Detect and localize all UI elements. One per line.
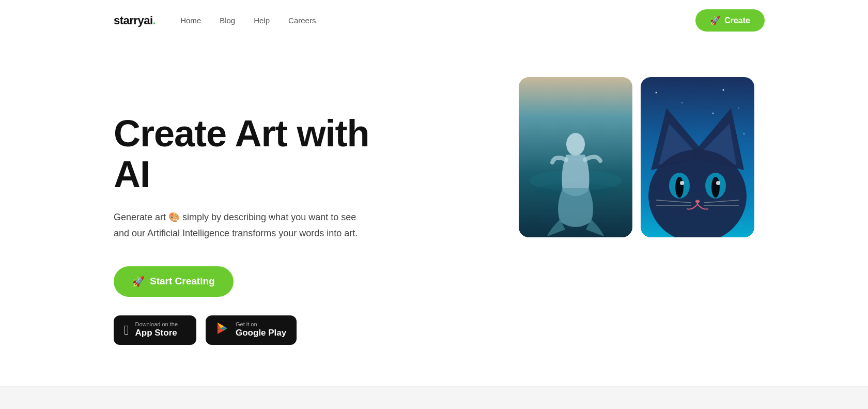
svg-point-5 [656,92,657,94]
nav-link-home[interactable]: Home [180,16,201,25]
google-play-icon [216,322,229,338]
logo: starryai. [114,14,156,27]
logo-dot: . [153,14,156,27]
google-play-button[interactable]: Get it on Google Play [206,315,297,345]
testimonial-content: " I have been experimenting with a lot o… [202,407,667,409]
svg-point-16 [711,177,720,198]
create-button[interactable]: 🚀 Create [695,9,765,32]
svg-point-18 [716,181,720,185]
svg-point-10 [712,113,714,114]
svg-point-11 [743,133,745,134]
google-play-text: Get it on Google Play [236,322,286,339]
hero-images [519,77,754,237]
quote-mark: " [202,407,209,409]
svg-point-15 [675,177,684,198]
hero-image-2 [641,77,754,237]
svg-point-17 [680,181,684,185]
google-play-small-text: Get it on [236,322,257,327]
hero-left: Create Art with AI Generate art 🎨 simply… [114,93,413,345]
hero-subtitle-line2: and our Artificial Intelligence transfor… [114,228,358,238]
nav-links: Home Blog Help Careers [180,16,316,25]
hero-subtitle: Generate art 🎨 simply by describing what… [114,209,413,241]
app-store-small-text: Download on the [135,322,178,327]
start-creating-button[interactable]: 🚀 Start Creating [114,266,234,297]
hero-title: Create Art with AI [114,113,413,195]
google-play-big-text: Google Play [236,327,286,339]
logo-text: starryai [114,14,153,27]
testimonial-section: " I have been experimenting with a lot o… [0,386,868,409]
start-label: Start Creating [150,276,215,287]
hero-section: Create Art with AI Generate art 🎨 simply… [0,41,868,386]
hero-subtitle-line1: Generate art 🎨 simply by describing what… [114,212,356,222]
app-store-text: Download on the App Store [135,322,178,339]
create-icon: 🚀 [710,16,720,25]
svg-point-7 [723,89,724,91]
start-icon: 🚀 [132,276,145,287]
store-buttons:  Download on the App Store [114,315,297,345]
nav-link-help[interactable]: Help [254,16,270,25]
app-store-button[interactable]:  Download on the App Store [114,315,196,345]
svg-point-8 [738,108,739,109]
nav-left: starryai. Home Blog Help Careers [114,14,316,27]
svg-point-3 [566,133,585,156]
apple-icon:  [124,322,129,338]
nav-link-careers[interactable]: Careers [288,16,316,25]
app-store-big-text: App Store [135,327,177,339]
create-label: Create [724,16,750,25]
nav-link-blog[interactable]: Blog [220,16,235,25]
navbar: starryai. Home Blog Help Careers 🚀 Creat… [0,0,868,41]
hero-image-1 [519,77,632,237]
svg-point-6 [681,102,683,103]
